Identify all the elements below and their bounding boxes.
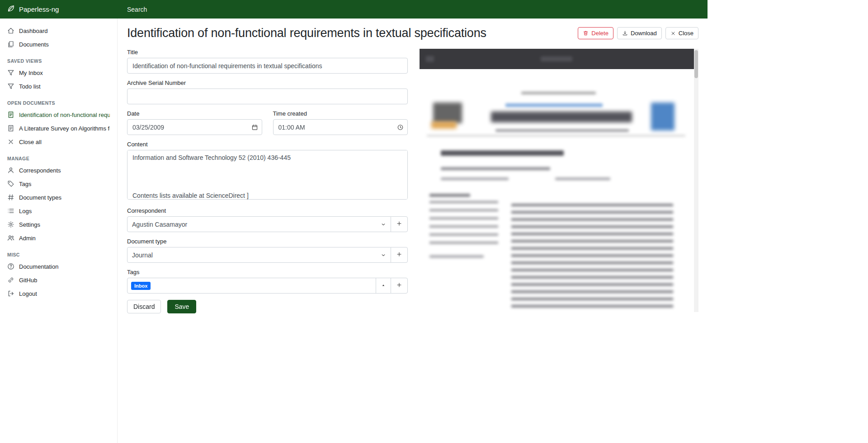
- sidebar-item-documents[interactable]: Documents: [0, 37, 117, 51]
- sidebar-item-logout[interactable]: Logout: [0, 287, 117, 300]
- content-textarea[interactable]: Information and Software Technology 52 (…: [127, 150, 408, 200]
- sidebar-item-settings[interactable]: Settings: [0, 218, 117, 231]
- sidebar-item-label: Document types: [19, 194, 61, 201]
- document-preview: [420, 49, 698, 312]
- sidebar-item-label: Tags: [19, 181, 31, 187]
- content-field-group: Content Information and Software Technol…: [127, 141, 408, 201]
- pdf-toolbar: [420, 49, 694, 69]
- correspondent-field-group: Correspondent Agustin Casamayor: [127, 207, 408, 232]
- document-type-field-group: Document type Journal: [127, 238, 408, 263]
- blur-block: [491, 112, 632, 122]
- tags-input[interactable]: Inbox: [127, 278, 376, 294]
- time-created-field-group: Time created: [273, 110, 408, 135]
- preview-scrollbar[interactable]: [694, 49, 698, 312]
- tag-badge-inbox[interactable]: Inbox: [131, 282, 151, 290]
- sidebar-section-saved-views: SAVED VIEWS: [0, 51, 117, 66]
- sidebar-item-label: Logout: [19, 290, 37, 297]
- download-button-label: Download: [631, 30, 657, 37]
- date-field-group: Date: [127, 110, 262, 135]
- delete-button[interactable]: Delete: [578, 27, 613, 39]
- sidebar-open-document-1[interactable]: Identification of non-functional require…: [0, 108, 117, 121]
- person-icon: [7, 167, 14, 174]
- sidebar: Dashboard Documents SAVED VIEWS My Inbox…: [0, 19, 118, 443]
- sidebar-item-label: Documents: [19, 41, 49, 48]
- sidebar-item-document-types[interactable]: Document types: [0, 191, 117, 204]
- blur-block: [429, 255, 484, 258]
- document-form: Title Archive Serial Number Date: [127, 49, 408, 313]
- sidebar-item-github[interactable]: GitHub: [0, 273, 117, 287]
- plus-icon: [396, 251, 402, 259]
- correspondent-select[interactable]: Agustin Casamayor: [127, 216, 391, 232]
- sidebar-item-tags[interactable]: Tags: [0, 177, 117, 191]
- form-buttons: Discard Save: [127, 300, 408, 313]
- blur-block: [427, 135, 685, 136]
- list-icon: [7, 207, 14, 215]
- discard-button[interactable]: Discard: [127, 300, 161, 313]
- sidebar-item-label: Admin: [19, 235, 36, 242]
- caret-up-icon: [381, 282, 386, 289]
- sidebar-item-label: Close all: [19, 139, 42, 145]
- sidebar-item-label: Correspondents: [19, 167, 61, 174]
- blur-block: [541, 56, 572, 61]
- blur-block: [433, 103, 462, 123]
- files-icon: [7, 41, 14, 48]
- sidebar-item-my-inbox[interactable]: My Inbox: [0, 66, 117, 79]
- document-type-selected-value: Journal: [132, 252, 153, 259]
- search-input[interactable]: Search: [118, 6, 708, 13]
- brand-name: Paperless-ng: [19, 5, 59, 13]
- tags-dropdown-toggle[interactable]: [376, 278, 391, 294]
- sidebar-item-correspondents[interactable]: Correspondents: [0, 163, 117, 177]
- sidebar-item-todo-list[interactable]: Todo list: [0, 79, 117, 93]
- search-placeholder: Search: [127, 6, 147, 13]
- add-tag-button[interactable]: [391, 278, 408, 294]
- pdf-page: [420, 69, 694, 312]
- hash-icon: [7, 194, 14, 201]
- document-actions: Delete Download Close: [578, 27, 698, 39]
- sidebar-item-documentation[interactable]: Documentation: [0, 260, 117, 273]
- main-content: Identification of non-functional require…: [118, 19, 708, 443]
- navbar-brand[interactable]: Paperless-ng: [0, 5, 118, 14]
- blur-block: [431, 121, 457, 129]
- plus-icon: [396, 282, 402, 289]
- time-created-input[interactable]: [273, 119, 408, 135]
- sidebar-item-admin[interactable]: Admin: [0, 231, 117, 245]
- calendar-icon[interactable]: [251, 124, 258, 131]
- asn-label: Archive Serial Number: [127, 79, 408, 86]
- close-icon: [670, 31, 676, 36]
- add-correspondent-button[interactable]: [391, 216, 408, 232]
- close-button[interactable]: Close: [665, 27, 698, 39]
- paperless-leaf-icon: [7, 5, 15, 14]
- sidebar-item-label: Logs: [19, 208, 32, 215]
- sidebar-item-label: My Inbox: [19, 70, 43, 76]
- tag-icon: [7, 180, 14, 187]
- logout-icon: [7, 290, 14, 297]
- sidebar-item-logs[interactable]: Logs: [0, 204, 117, 218]
- sidebar-item-label: Dashboard: [19, 28, 48, 34]
- sidebar-item-label: Todo list: [19, 83, 41, 90]
- preview-scrollbar-thumb[interactable]: [694, 50, 698, 78]
- sidebar-item-label: Identification of non-functional require…: [19, 112, 110, 118]
- asn-input[interactable]: [127, 89, 408, 104]
- blur-block: [426, 56, 434, 62]
- save-button[interactable]: Save: [167, 300, 196, 313]
- github-link-icon: [7, 276, 14, 284]
- sidebar-item-dashboard[interactable]: Dashboard: [0, 24, 117, 37]
- close-button-label: Close: [679, 30, 693, 37]
- time-created-label: Time created: [273, 110, 408, 117]
- document-type-select[interactable]: Journal: [127, 247, 391, 263]
- sidebar-section-misc: MISC: [0, 245, 117, 260]
- sidebar-item-label: GitHub: [19, 277, 37, 284]
- page-header: Identification of non-functional require…: [127, 26, 698, 40]
- plus-icon: [396, 220, 402, 228]
- blur-block: [441, 150, 564, 156]
- title-input[interactable]: [127, 58, 408, 74]
- sidebar-open-document-2[interactable]: A Literature Survey on Algorithms for Mu…: [0, 121, 117, 135]
- download-button[interactable]: Download: [617, 27, 662, 39]
- date-input[interactable]: [127, 119, 262, 135]
- sidebar-item-close-all[interactable]: Close all: [0, 135, 117, 149]
- add-document-type-button[interactable]: [391, 247, 408, 263]
- clock-icon[interactable]: [397, 124, 404, 131]
- x-icon: [7, 138, 14, 145]
- app-window: Paperless-ng Search Dashboard Documents …: [0, 0, 708, 443]
- file-text-icon: [7, 125, 14, 132]
